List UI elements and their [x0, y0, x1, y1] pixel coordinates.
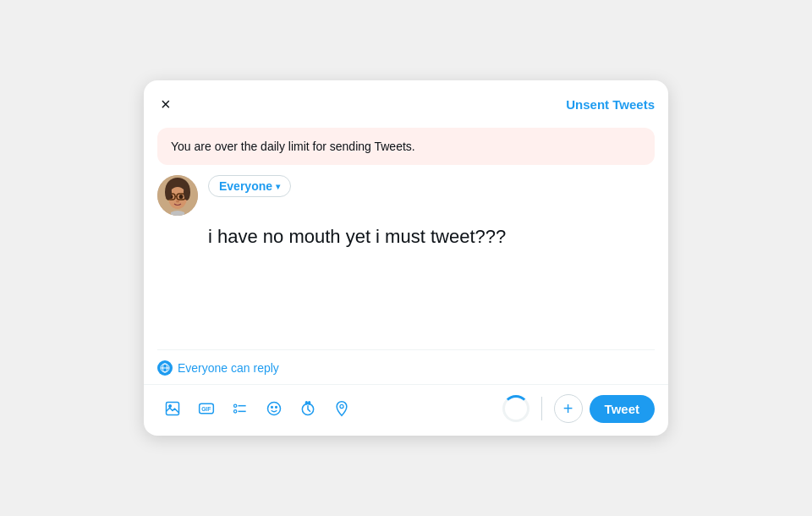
- svg-rect-17: [167, 403, 179, 415]
- compose-area: Everyone ▾ i have no mouth yet i must tw…: [144, 175, 668, 384]
- location-icon: [333, 400, 350, 417]
- toolbar-icons: GIF: [157, 393, 502, 424]
- divider: [541, 397, 542, 420]
- emoji-button[interactable]: [259, 393, 289, 424]
- svg-point-8: [176, 200, 179, 203]
- avatar-image: [157, 175, 198, 216]
- globe-svg: [160, 363, 170, 373]
- unsent-tweets-link[interactable]: Unsent Tweets: [566, 97, 655, 112]
- svg-point-18: [169, 405, 172, 408]
- compose-modal: × Unsent Tweets You are over the daily l…: [144, 80, 668, 436]
- avatar: [157, 175, 198, 216]
- globe-icon: [157, 360, 173, 376]
- emoji-icon: [266, 400, 283, 417]
- gif-button[interactable]: GIF: [191, 393, 222, 424]
- tweet-button[interactable]: Tweet: [590, 395, 655, 423]
- svg-point-7: [179, 195, 184, 199]
- reply-section: Everyone can reply: [157, 349, 655, 384]
- svg-point-26: [272, 407, 273, 409]
- svg-point-12: [165, 184, 172, 200]
- gif-icon: GIF: [198, 400, 215, 417]
- add-button[interactable]: +: [554, 394, 583, 423]
- poll-button[interactable]: [225, 393, 255, 424]
- svg-point-13: [184, 184, 190, 200]
- location-button[interactable]: [326, 393, 357, 424]
- add-icon: +: [563, 399, 573, 419]
- reply-label[interactable]: Everyone can reply: [157, 360, 655, 376]
- close-button[interactable]: ×: [157, 92, 174, 116]
- chevron-down-icon: ▾: [276, 182, 280, 191]
- modal-header: × Unsent Tweets: [144, 80, 668, 124]
- schedule-icon: [299, 400, 316, 417]
- progress-spinner: [502, 395, 529, 422]
- schedule-button[interactable]: [293, 393, 323, 424]
- warning-banner: You are over the daily limit for sending…: [157, 128, 655, 165]
- svg-point-25: [268, 403, 281, 415]
- svg-point-21: [234, 404, 237, 407]
- warning-text: You are over the daily limit for sending…: [171, 140, 415, 153]
- image-button[interactable]: [157, 393, 188, 424]
- svg-rect-29: [306, 402, 308, 404]
- image-icon: [164, 400, 181, 417]
- reply-everyone-label: Everyone can reply: [178, 361, 279, 375]
- toolbar-right: + Tweet: [502, 394, 655, 423]
- toolbar: GIF: [144, 384, 668, 436]
- svg-point-23: [234, 410, 237, 413]
- audience-label: Everyone: [219, 179, 272, 193]
- tweet-text[interactable]: i have no mouth yet i must tweet???: [157, 216, 655, 283]
- svg-point-31: [340, 404, 343, 408]
- audience-selector[interactable]: Everyone ▾: [208, 175, 291, 197]
- svg-rect-30: [309, 402, 310, 404]
- poll-icon: [232, 400, 249, 417]
- compose-top: Everyone ▾: [157, 175, 655, 216]
- svg-point-27: [276, 407, 277, 409]
- svg-text:GIF: GIF: [201, 406, 211, 412]
